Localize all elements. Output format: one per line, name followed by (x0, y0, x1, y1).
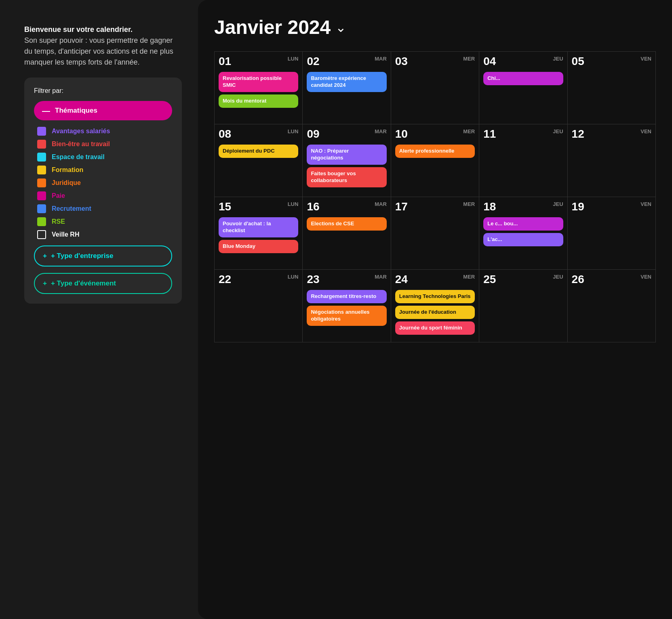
event-pill-w0-d0-e1[interactable]: Mois du mentorat (219, 94, 298, 108)
welcome-section: Bienvenue sur votre calendrier. Son supe… (24, 24, 182, 68)
day-header-23: 23MAR (307, 274, 386, 285)
day-header-19: 19VEN (572, 201, 651, 212)
day-cell-25: 25JEU (479, 270, 567, 342)
event-pill-w3-d1-e1[interactable]: Négociations annuelles obligatoires (307, 306, 386, 326)
day-name-25: JEU (553, 274, 563, 280)
day-number-02: 02 (307, 56, 319, 67)
color-swatch-bienetre (37, 140, 46, 149)
minus-icon: — (42, 107, 50, 115)
day-header-26: 26VEN (572, 274, 651, 285)
day-header-12: 12VEN (572, 128, 651, 140)
category-item-espace[interactable]: Espace de travail (37, 153, 169, 162)
welcome-body: Son super pouvoir : vous permettre de ga… (24, 36, 173, 66)
event-pill-w1-d1-e1[interactable]: Faites bouger vos collaborateurs (307, 167, 386, 187)
category-label-avantages: Avantages salariés (52, 128, 110, 135)
event-pill-w0-d3-e0[interactable]: Chi... (483, 72, 563, 85)
color-swatch-paie (37, 191, 46, 200)
event-pill-w0-d0-e0[interactable]: Revalorisation possible SMIC (219, 72, 298, 92)
event-pill-w3-d2-e1[interactable]: Journée de l'éducation (395, 306, 475, 319)
day-number-25: 25 (483, 274, 496, 285)
day-name-17: MER (463, 201, 475, 207)
day-cell-03: 03MER (391, 52, 479, 124)
event-pill-w3-d1-e0[interactable]: Rechargement titres-resto (307, 290, 386, 303)
day-cell-18: 18JEULe c... bou...L'ac... (479, 197, 567, 270)
event-pill-w2-d0-e0[interactable]: Pouvoir d'achat : la checklist (219, 217, 298, 237)
day-name-22: LUN (288, 274, 299, 280)
day-name-18: JEU (553, 201, 563, 207)
event-pill-w2-d3-e1[interactable]: L'ac... (483, 233, 563, 246)
day-name-12: VEN (640, 128, 651, 134)
category-item-recrutement[interactable]: Recrutement (37, 204, 169, 213)
day-header-09: 09MAR (307, 128, 386, 140)
category-item-formation[interactable]: Formation (37, 166, 169, 174)
day-cell-09: 09MARNAO : Préparer négociationsFaites b… (303, 124, 391, 197)
category-item-avantages[interactable]: Avantages salariés (37, 127, 169, 136)
filter-label: Filtrer par: (34, 87, 172, 94)
day-name-26: VEN (640, 274, 651, 280)
day-header-10: 10MER (395, 128, 475, 140)
day-cell-12: 12VEN (568, 124, 656, 197)
day-cell-23: 23MARRechargement titres-restoNégociatio… (303, 270, 391, 342)
event-pill-w2-d0-e1[interactable]: Blue Monday (219, 240, 298, 253)
day-header-11: 11JEU (483, 128, 563, 140)
day-cell-11: 11JEU (479, 124, 567, 197)
day-name-24: MER (463, 274, 475, 280)
color-swatch-formation (37, 166, 46, 174)
category-item-veille[interactable]: Veille RH (37, 230, 169, 239)
category-label-formation: Formation (52, 166, 83, 174)
day-number-22: 22 (219, 274, 231, 285)
type-entreprise-button[interactable]: + + Type d'entreprise (34, 246, 172, 266)
day-name-09: MAR (375, 128, 387, 134)
event-pill-w1-d1-e0[interactable]: NAO : Préparer négociations (307, 145, 386, 165)
category-item-rse[interactable]: RSE (37, 217, 169, 226)
category-list: Avantages salariésBien-être au travailEs… (34, 127, 172, 239)
day-name-05: VEN (640, 56, 651, 62)
color-swatch-espace (37, 153, 46, 162)
day-header-17: 17MER (395, 201, 475, 212)
category-item-paie[interactable]: Paie (37, 191, 169, 200)
plus-icon-2: + (43, 279, 47, 287)
thematiques-filter-button[interactable]: — Thématiques (34, 101, 172, 120)
event-pill-w3-d2-e0[interactable]: Learning Technologies Paris (395, 290, 475, 303)
event-pill-w1-d2-e0[interactable]: Alerte professionnelle (395, 145, 475, 158)
category-label-rse: RSE (52, 218, 65, 225)
day-number-04: 04 (483, 56, 496, 67)
type-evenement-label: + Type d'événement (51, 279, 116, 287)
day-cell-01: 01LUNRevalorisation possible SMICMois du… (215, 52, 303, 124)
event-pill-w2-d1-e0[interactable]: Elections de CSE (307, 217, 386, 231)
day-name-01: LUN (288, 56, 299, 62)
day-name-16: MAR (375, 201, 387, 207)
day-header-22: 22LUN (219, 274, 298, 285)
day-header-08: 08LUN (219, 128, 298, 140)
day-header-05: 05VEN (572, 56, 651, 67)
color-swatch-veille (37, 230, 46, 239)
event-pill-w2-d3-e0[interactable]: Le c... bou... (483, 217, 563, 231)
day-cell-05: 05VEN (568, 52, 656, 124)
day-cell-19: 19VEN (568, 197, 656, 270)
category-item-juridique[interactable]: Juridique (37, 178, 169, 187)
day-number-03: 03 (395, 56, 408, 67)
day-number-17: 17 (395, 201, 408, 212)
event-pill-w1-d0-e0[interactable]: Déploiement du PDC (219, 145, 298, 158)
day-cell-17: 17MER (391, 197, 479, 270)
event-pill-w3-d2-e2[interactable]: Journée du sport féminin (395, 321, 475, 335)
day-cell-04: 04JEUChi... (479, 52, 567, 124)
day-number-16: 16 (307, 201, 319, 212)
day-cell-22: 22LUN (215, 270, 303, 342)
color-swatch-rse (37, 217, 46, 226)
day-cell-16: 16MARElections de CSE (303, 197, 391, 270)
filter-panel: Filtrer par: — Thématiques Avantages sal… (24, 78, 182, 304)
welcome-bold: Bienvenue sur votre calendrier. (24, 25, 133, 34)
category-item-bienetre[interactable]: Bien-être au travail (37, 140, 169, 149)
calendar-grid: 01LUNRevalorisation possible SMICMois du… (214, 51, 656, 342)
day-header-02: 02MAR (307, 56, 386, 67)
category-label-recrutement: Recrutement (52, 205, 91, 212)
day-cell-24: 24MERLearning Technologies ParisJournée … (391, 270, 479, 342)
type-evenement-button[interactable]: + + Type d'événement (34, 273, 172, 294)
day-number-23: 23 (307, 274, 319, 285)
event-pill-w0-d1-e0[interactable]: Baromètre expérience candidat 2024 (307, 72, 386, 92)
day-cell-15: 15LUNPouvoir d'achat : la checklistBlue … (215, 197, 303, 270)
chevron-down-icon[interactable]: ⌄ (335, 20, 346, 35)
category-label-juridique: Juridique (52, 179, 81, 187)
day-header-03: 03MER (395, 56, 475, 67)
